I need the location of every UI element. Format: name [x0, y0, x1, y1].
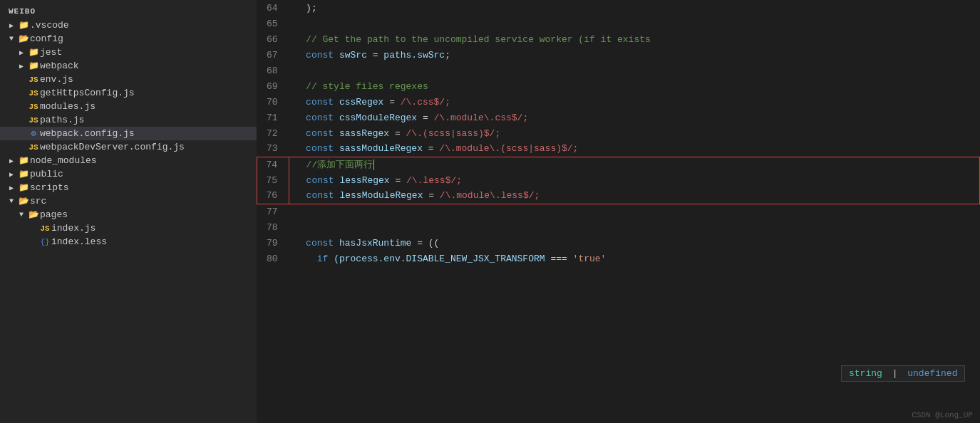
sidebar-item-webpack-config[interactable]: ⚙ webpack.config.js — [0, 127, 257, 140]
item-label: jest — [40, 47, 257, 58]
explorer-title: WEIBO — [0, 3, 257, 19]
item-label: webpack.config.js — [40, 128, 257, 139]
item-label: .vscode — [30, 20, 257, 31]
tooltip-pipe: | — [892, 368, 898, 379]
sidebar-item-vscode[interactable]: ▶ 📁 .vscode — [0, 19, 257, 32]
item-label: scripts — [30, 182, 257, 193]
code-line-78: 78 — [257, 219, 980, 235]
sidebar-item-index-less[interactable]: {} index.less — [0, 235, 257, 249]
line-content[interactable]: const lessModuleRegex = /\.module\.less$… — [289, 188, 980, 204]
line-content[interactable]: const cssModuleRegex = /\.module\.css$/; — [289, 110, 980, 125]
line-number: 68 — [257, 63, 289, 78]
arrow-icon: ▶ — [6, 157, 17, 165]
js-icon: JS — [27, 116, 40, 125]
code-area[interactable]: 64 );65 66 // Get the path to the uncomp… — [257, 0, 980, 423]
sidebar-item-node-modules[interactable]: ▶ 📁 node_modules — [0, 154, 257, 167]
tooltip-type: string — [849, 368, 882, 379]
line-content[interactable] — [289, 16, 980, 31]
sidebar-item-pages[interactable]: ▼ 📂 pages — [0, 208, 257, 221]
js-icon: JS — [27, 75, 40, 84]
code-line-69: 69 // style files regexes — [257, 78, 980, 94]
folder-icon: 📁 — [17, 155, 30, 166]
line-content[interactable]: const sassRegex = /\.(scss|sass)$/; — [289, 125, 980, 141]
line-number: 66 — [257, 31, 289, 47]
arrow-icon: ▼ — [6, 197, 17, 205]
line-content[interactable]: const lessRegex = /\.less$/; — [289, 172, 980, 188]
sidebar-item-webpack[interactable]: ▶ 📁 webpack — [0, 59, 257, 73]
code-line-73: 73 const sassModuleRegex = /\.module\.(s… — [257, 141, 980, 157]
line-number: 64 — [257, 0, 289, 16]
code-line-71: 71 const cssModuleRegex = /\.module\.css… — [257, 110, 980, 125]
arrow-icon: ▶ — [6, 21, 17, 30]
line-number: 80 — [257, 251, 289, 266]
item-label: env.js — [40, 74, 257, 85]
sidebar-item-paths[interactable]: JS paths.js — [0, 113, 257, 127]
line-content[interactable]: const swSrc = paths.swSrc; — [289, 47, 980, 63]
line-content[interactable]: ); — [289, 0, 980, 16]
sidebar-item-webpack-dev[interactable]: JS webpackDevServer.config.js — [0, 140, 257, 154]
code-line-77: 77 — [257, 204, 980, 219]
code-line-75: 75 const lessRegex = /\.less$/; — [257, 172, 980, 188]
line-number: 73 — [257, 141, 289, 157]
folder-icon: 📁 — [17, 169, 30, 179]
code-line-70: 70 const cssRegex = /\.css$/; — [257, 94, 980, 110]
js-icon: JS — [27, 103, 40, 111]
line-content[interactable]: // Get the path to the uncompiled servic… — [289, 31, 980, 47]
line-number: 71 — [257, 110, 289, 125]
folder-icon: 📁 — [17, 20, 30, 31]
folder-icon: 📁 — [27, 61, 40, 71]
item-label: public — [30, 169, 257, 179]
arrow-icon: ▼ — [6, 35, 17, 43]
code-line-64: 64 ); — [257, 0, 980, 16]
webpack-icon: ⚙ — [27, 128, 40, 139]
line-content[interactable]: // style files regexes — [289, 78, 980, 94]
folder-icon: 📂 — [27, 209, 40, 220]
code-editor: 64 );65 66 // Get the path to the uncomp… — [257, 0, 980, 423]
js-icon: JS — [38, 224, 51, 233]
arrow-icon: ▶ — [16, 48, 27, 57]
line-content[interactable] — [289, 204, 980, 219]
sidebar-item-index-js[interactable]: JS index.js — [0, 221, 257, 235]
line-content[interactable] — [289, 63, 980, 78]
code-line-68: 68 — [257, 63, 980, 78]
line-number: 67 — [257, 47, 289, 63]
line-number: 69 — [257, 78, 289, 94]
item-label: webpackDevServer.config.js — [40, 142, 257, 152]
line-content[interactable]: const hasJsxRuntime = (( — [289, 235, 980, 251]
sidebar-item-modules[interactable]: JS modules.js — [0, 100, 257, 113]
arrow-icon: ▶ — [6, 170, 17, 179]
code-line-65: 65 — [257, 16, 980, 31]
item-label: getHttpsConfig.js — [40, 88, 257, 98]
item-label: index.less — [51, 236, 257, 247]
line-number: 72 — [257, 125, 289, 141]
line-number: 77 — [257, 204, 289, 219]
line-content[interactable]: const cssRegex = /\.css$/; — [289, 94, 980, 110]
folder-icon: 📂 — [17, 196, 30, 207]
sidebar-item-jest[interactable]: ▶ 📁 jest — [0, 46, 257, 59]
line-number: 78 — [257, 219, 289, 235]
sidebar-item-gethttps[interactable]: JS getHttpsConfig.js — [0, 86, 257, 100]
tooltip-undefined: undefined — [907, 368, 957, 379]
line-content[interactable]: const sassModuleRegex = /\.module\.(scss… — [289, 141, 980, 157]
item-label: src — [30, 196, 257, 207]
sidebar-item-scripts[interactable]: ▶ 📁 scripts — [0, 181, 257, 194]
arrow-icon: ▶ — [6, 184, 17, 192]
line-number: 76 — [257, 188, 289, 204]
folder-icon: 📂 — [17, 33, 30, 44]
item-label: modules.js — [40, 101, 257, 112]
js-icon: JS — [27, 89, 40, 98]
item-label: node_modules — [30, 155, 257, 166]
sidebar-item-config[interactable]: ▼ 📂 config — [0, 32, 257, 46]
sidebar-item-src[interactable]: ▼ 📂 src — [0, 194, 257, 208]
sidebar-item-public[interactable]: ▶ 📁 public — [0, 167, 257, 181]
line-number: 65 — [257, 16, 289, 31]
line-content[interactable]: if (process.env.DISABLE_NEW_JSX_TRANSFOR… — [289, 251, 980, 266]
code-line-79: 79 const hasJsxRuntime = (( — [257, 235, 980, 251]
line-content[interactable]: //添加下面两行 — [289, 157, 980, 172]
less-icon: {} — [38, 238, 51, 246]
code-line-80: 80 if (process.env.DISABLE_NEW_JSX_TRANS… — [257, 251, 980, 266]
sidebar-item-env-js[interactable]: JS env.js — [0, 73, 257, 86]
item-label: config — [30, 33, 257, 44]
line-content[interactable] — [289, 219, 980, 235]
code-line-76: 76 const lessModuleRegex = /\.module\.le… — [257, 188, 980, 204]
